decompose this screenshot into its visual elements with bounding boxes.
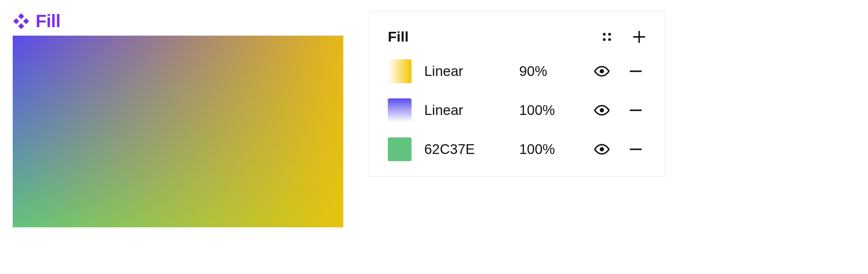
fill-rows: Linear90% Linear100% 62C37E100% <box>388 59 646 161</box>
remove-fill-icon[interactable] <box>625 142 646 157</box>
component-icon <box>13 13 30 30</box>
fill-name[interactable]: Linear <box>424 102 506 118</box>
svg-point-6 <box>603 38 606 41</box>
svg-rect-1 <box>18 23 24 29</box>
fill-row: 62C37E100% <box>388 137 646 161</box>
svg-rect-0 <box>18 13 24 19</box>
svg-point-7 <box>608 38 611 41</box>
fill-swatch[interactable] <box>388 59 412 83</box>
fill-name[interactable]: 62C37E <box>424 141 506 157</box>
svg-rect-2 <box>13 18 19 24</box>
fill-panel: Fill L <box>369 11 665 177</box>
visibility-icon[interactable] <box>591 141 612 158</box>
add-fill-icon[interactable] <box>632 30 646 44</box>
fill-swatch[interactable] <box>388 137 412 161</box>
remove-fill-icon[interactable] <box>625 64 646 78</box>
component-label: Fill <box>36 11 61 31</box>
svg-point-14 <box>600 147 604 151</box>
component-header: Fill <box>13 11 343 31</box>
svg-rect-3 <box>23 18 29 24</box>
fill-row: Linear90% <box>388 59 646 83</box>
fill-panel-header: Fill <box>388 28 646 45</box>
preview-layer <box>13 36 343 227</box>
remove-fill-icon[interactable] <box>625 103 646 117</box>
fill-name[interactable]: Linear <box>424 63 506 79</box>
svg-point-12 <box>600 108 604 112</box>
fill-swatch[interactable] <box>388 98 412 122</box>
fill-row: Linear100% <box>388 98 646 122</box>
visibility-icon[interactable] <box>591 63 612 80</box>
svg-point-10 <box>600 69 604 73</box>
svg-point-5 <box>608 33 611 36</box>
fill-opacity[interactable]: 90% <box>519 63 579 79</box>
svg-point-4 <box>603 33 606 36</box>
fill-panel-title: Fill <box>388 28 409 45</box>
styles-icon[interactable] <box>601 31 613 43</box>
visibility-icon[interactable] <box>591 102 612 119</box>
fill-opacity[interactable]: 100% <box>519 102 579 118</box>
fill-opacity[interactable]: 100% <box>519 141 579 157</box>
preview-canvas[interactable] <box>13 36 343 227</box>
